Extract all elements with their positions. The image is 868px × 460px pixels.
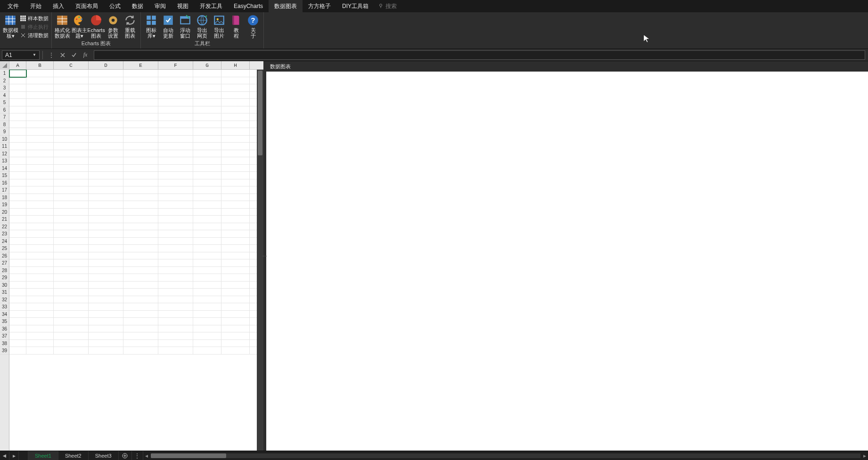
cell[interactable] xyxy=(26,106,54,114)
cell[interactable] xyxy=(89,143,123,150)
cell[interactable] xyxy=(123,332,158,340)
cell[interactable] xyxy=(123,347,158,355)
row-header[interactable]: 10 xyxy=(0,136,9,143)
cell[interactable] xyxy=(9,318,26,325)
cell[interactable] xyxy=(123,70,158,77)
cell[interactable] xyxy=(221,289,250,296)
menu-view[interactable]: 视图 xyxy=(172,0,194,12)
cell[interactable] xyxy=(26,216,54,223)
cell[interactable] xyxy=(54,303,89,311)
cell[interactable] xyxy=(89,347,123,355)
cell[interactable] xyxy=(9,259,26,267)
row-header[interactable]: 39 xyxy=(0,347,9,355)
cell[interactable] xyxy=(54,289,89,296)
cell[interactable] xyxy=(221,157,250,165)
cell[interactable] xyxy=(193,179,221,187)
row-header[interactable]: 17 xyxy=(0,186,9,194)
export-image-button[interactable]: 导出 图片 xyxy=(211,13,228,39)
row-header[interactable]: 35 xyxy=(0,318,9,325)
cell[interactable] xyxy=(26,194,54,202)
cell[interactable] xyxy=(193,223,221,231)
col-header-A[interactable]: A xyxy=(9,61,26,70)
echarts-chart-button[interactable]: Echarts 图表 xyxy=(88,13,105,39)
cell[interactable] xyxy=(221,274,250,282)
cell[interactable] xyxy=(9,347,26,355)
cell[interactable] xyxy=(221,143,250,150)
cell[interactable] xyxy=(123,303,158,311)
cell[interactable] xyxy=(193,282,221,289)
cell[interactable] xyxy=(54,347,89,355)
cell[interactable] xyxy=(26,252,54,260)
cell[interactable] xyxy=(54,150,89,158)
confirm-icon[interactable] xyxy=(69,50,79,60)
cell[interactable] xyxy=(123,128,158,136)
cell[interactable] xyxy=(54,332,89,340)
row-header[interactable]: 18 xyxy=(0,194,9,202)
cell[interactable] xyxy=(123,201,158,209)
hscroll-right[interactable]: ▸ xyxy=(861,452,868,459)
col-header-H[interactable]: H xyxy=(221,61,250,70)
cell[interactable] xyxy=(123,238,158,245)
cell[interactable] xyxy=(123,121,158,129)
menu-formula[interactable]: 公式 xyxy=(104,0,126,12)
row-header[interactable]: 12 xyxy=(0,150,9,158)
cell[interactable] xyxy=(221,84,250,92)
cell[interactable] xyxy=(221,259,250,267)
cell[interactable] xyxy=(89,267,123,274)
about-button[interactable]: ? 关 于 xyxy=(245,13,262,39)
cell[interactable] xyxy=(26,136,54,143)
hscroll-left[interactable]: ◂ xyxy=(143,452,150,459)
cell[interactable] xyxy=(9,172,26,179)
cell[interactable] xyxy=(158,238,193,245)
cell[interactable] xyxy=(193,172,221,179)
cell[interactable] xyxy=(158,332,193,340)
cell[interactable] xyxy=(158,179,193,187)
cell[interactable] xyxy=(89,121,123,129)
col-header-C[interactable]: C xyxy=(54,61,89,70)
sample-data-button[interactable]: 样本数据 xyxy=(20,14,49,23)
cell[interactable] xyxy=(9,201,26,209)
cell[interactable] xyxy=(193,70,221,77)
cell[interactable] xyxy=(26,282,54,289)
cell[interactable] xyxy=(193,106,221,114)
cell[interactable] xyxy=(54,186,89,194)
cell[interactable] xyxy=(193,340,221,347)
cell[interactable] xyxy=(193,77,221,85)
cell[interactable] xyxy=(54,172,89,179)
cell[interactable] xyxy=(54,259,89,267)
cell[interactable] xyxy=(158,201,193,209)
cell[interactable] xyxy=(54,179,89,187)
cell[interactable] xyxy=(89,165,123,172)
cell[interactable] xyxy=(26,311,54,318)
cell[interactable] xyxy=(193,209,221,216)
cell[interactable] xyxy=(193,332,221,340)
cell[interactable] xyxy=(89,289,123,296)
cell[interactable] xyxy=(26,186,54,194)
cell[interactable] xyxy=(123,194,158,202)
cell[interactable] xyxy=(89,223,123,231)
cell[interactable] xyxy=(26,230,54,238)
cell[interactable] xyxy=(9,282,26,289)
cell[interactable] xyxy=(158,143,193,150)
cell[interactable] xyxy=(123,172,158,179)
cell[interactable] xyxy=(54,99,89,106)
menu-insert[interactable]: 插入 xyxy=(47,0,70,12)
cell[interactable] xyxy=(89,186,123,194)
cell[interactable] xyxy=(123,136,158,143)
cell[interactable] xyxy=(26,347,54,355)
cell[interactable] xyxy=(123,340,158,347)
cell[interactable] xyxy=(89,201,123,209)
cell[interactable] xyxy=(221,340,250,347)
cell[interactable] xyxy=(54,194,89,202)
cell[interactable] xyxy=(9,223,26,231)
cell[interactable] xyxy=(123,157,158,165)
cell[interactable] xyxy=(123,259,158,267)
auto-update-button[interactable]: 自动 更新 xyxy=(160,13,177,39)
row-header[interactable]: 11 xyxy=(0,143,9,150)
cell[interactable] xyxy=(89,113,123,121)
menu-devtools[interactable]: 开发工具 xyxy=(194,0,228,12)
cell[interactable] xyxy=(9,106,26,114)
cell[interactable] xyxy=(9,136,26,143)
cell[interactable] xyxy=(158,106,193,114)
row-header[interactable]: 15 xyxy=(0,172,9,179)
